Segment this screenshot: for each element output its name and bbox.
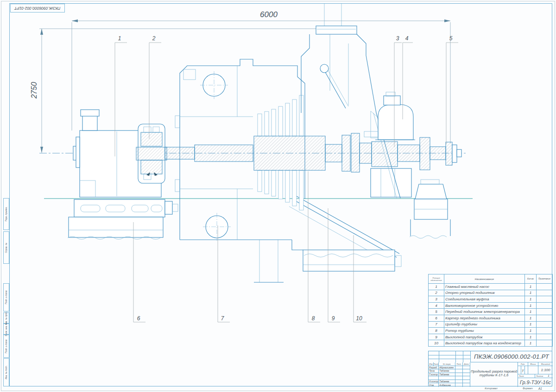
part-note bbox=[537, 315, 553, 321]
margin-stamp-label: Справ. № bbox=[5, 243, 7, 253]
exhaust-duct bbox=[289, 196, 401, 271]
foundation-left bbox=[68, 199, 178, 239]
listov-label: Листов bbox=[536, 375, 543, 377]
part-note bbox=[537, 321, 553, 328]
col-position: Позиция обозначения bbox=[429, 274, 444, 284]
hdr-lit: Лит. bbox=[518, 362, 528, 366]
col-name: Наименование bbox=[444, 274, 525, 284]
margin-stamp-vzam-inv: Взам. инв. № bbox=[3, 324, 9, 335]
lit-cell-3 bbox=[525, 366, 528, 374]
part-qty: 1 bbox=[525, 328, 537, 334]
listov-value: 1 bbox=[548, 374, 549, 377]
hdr-izm: Изм bbox=[429, 362, 434, 366]
sig-name: Абунагимян bbox=[439, 366, 455, 370]
dimension-width-label: 6000 bbox=[250, 10, 287, 19]
table-row: 5Передний подшипник электрогенератора1 bbox=[429, 309, 553, 315]
part-pos: 9 bbox=[429, 334, 444, 340]
lit-cell-2: у bbox=[521, 366, 524, 374]
hdr-masshtab: Масштаб bbox=[538, 362, 553, 366]
sig-role bbox=[429, 376, 439, 380]
callout-8: 8 bbox=[308, 315, 319, 322]
sig-date bbox=[463, 376, 470, 380]
sig-podp bbox=[455, 366, 463, 370]
projection-lines bbox=[324, 4, 341, 26]
part-qty: 1 bbox=[525, 321, 537, 328]
part-qty: 1 bbox=[525, 302, 537, 309]
table-row: 1Главный масляный насос1 bbox=[429, 284, 553, 290]
hdr-massa: Масса bbox=[528, 362, 538, 366]
part-pos: 10 bbox=[429, 340, 444, 347]
col-note: Примечание bbox=[537, 274, 553, 284]
casing-supports bbox=[254, 240, 284, 282]
part-name: Валоповоротное устройство bbox=[444, 302, 525, 309]
kopiroval-label: Копировал bbox=[463, 387, 519, 390]
margin-stamp-podp-data-2: Подп. и дата bbox=[3, 335, 9, 358]
sig-role: Т.контр. bbox=[429, 373, 439, 377]
col-qty: Кол-во bbox=[525, 274, 537, 284]
doc-number-stamp: ПКЭЖ.0906000.002-01РТ bbox=[10, 4, 65, 12]
part-pos: 7 bbox=[429, 321, 444, 328]
part-note bbox=[537, 328, 553, 334]
margin-stamp-sprav-no: Справ. № bbox=[3, 231, 9, 264]
margin-stamp-inv-dubl: Инв. № дубл. bbox=[3, 312, 9, 324]
margin-stamp-label: Подп. и дата bbox=[5, 290, 7, 304]
table-row: 9Выхлопной патрубок1 bbox=[429, 334, 553, 340]
sig-name: Табаева bbox=[439, 373, 455, 377]
part-qty: 1 bbox=[525, 284, 537, 290]
callout-2: 2 bbox=[148, 35, 159, 42]
sig-date bbox=[463, 373, 470, 377]
drawing-title-line2: турбины К-17-1,6 bbox=[480, 373, 508, 378]
part-pos: 1 bbox=[429, 284, 444, 290]
sig-podp bbox=[455, 380, 463, 384]
part-name: Выхлопной патрубок пара на конденсатор bbox=[444, 340, 525, 347]
right-support-pedestal bbox=[371, 168, 450, 238]
sig-date bbox=[463, 380, 470, 384]
part-note bbox=[537, 290, 553, 296]
margin-stamp-label: Подп. и дата bbox=[5, 339, 7, 353]
part-qty: 1 bbox=[525, 296, 537, 303]
hdr-data: Дата bbox=[463, 362, 470, 366]
group-cell: Гр.9-ТЭУ-16с bbox=[518, 378, 553, 387]
list-cell: Лист bbox=[518, 374, 535, 378]
table-row: 7Цилиндр турбины1 bbox=[429, 321, 553, 328]
part-qty: 1 bbox=[525, 290, 537, 296]
format-label: Формат bbox=[523, 387, 533, 390]
col-position-line2: обозначения bbox=[430, 279, 443, 281]
sig-role: Утв. bbox=[429, 383, 439, 387]
part-qty: 1 bbox=[525, 315, 537, 321]
table-row: 4Валоповоротное устройство1 bbox=[429, 302, 553, 309]
sig-role: Пров. bbox=[429, 369, 439, 373]
margin-stamp-label: Инв. № подл. bbox=[5, 366, 7, 380]
parts-table-header: Позиция обозначения Наименование Кол-во … bbox=[429, 274, 553, 284]
parts-table: Позиция обозначения Наименование Кол-во … bbox=[428, 274, 553, 347]
part-pos: 4 bbox=[429, 302, 444, 309]
sig-podp bbox=[455, 369, 463, 373]
doc-number-stamp-text: ПКЭЖ.0906000.002-01РТ bbox=[14, 6, 60, 11]
table-row: 6Картер переднего подшипника1 bbox=[429, 315, 553, 321]
part-name: Выхлопной патрубок bbox=[444, 334, 525, 340]
sig-role: Разраб. bbox=[429, 366, 439, 370]
part-name: Цилиндр турбины bbox=[444, 321, 525, 328]
table-row: 2Опорно-упорный подшипник1 bbox=[429, 290, 553, 296]
part-name: Главный масляный насос bbox=[444, 284, 525, 290]
part-name: Соединительная муфта bbox=[444, 296, 525, 303]
sig-date bbox=[463, 369, 470, 373]
part-pos: 3 bbox=[429, 296, 444, 303]
format-value: А1 bbox=[538, 387, 542, 390]
doc-number: ПКЭЖ.0906000.002-01.РТ bbox=[474, 353, 549, 360]
sig-name: Табаева bbox=[439, 369, 455, 373]
barring-gear bbox=[364, 92, 415, 140]
callout-5: 5 bbox=[445, 35, 456, 42]
callout-9: 9 bbox=[328, 315, 339, 322]
part-qty: 1 bbox=[525, 340, 537, 347]
hdr-docum: № докум. bbox=[439, 362, 455, 366]
part-note bbox=[537, 302, 553, 309]
sig-role: Н.контр. bbox=[429, 380, 439, 384]
callout-7: 7 bbox=[217, 315, 228, 322]
part-qty: 1 bbox=[525, 334, 537, 340]
table-row: 10Выхлопной патрубок пара на конденсатор… bbox=[429, 340, 553, 347]
sig-podp bbox=[455, 376, 463, 380]
part-note bbox=[537, 340, 553, 347]
sig-name bbox=[439, 376, 455, 380]
margin-stamp-perv-primen: Перв. примен. bbox=[3, 198, 9, 230]
